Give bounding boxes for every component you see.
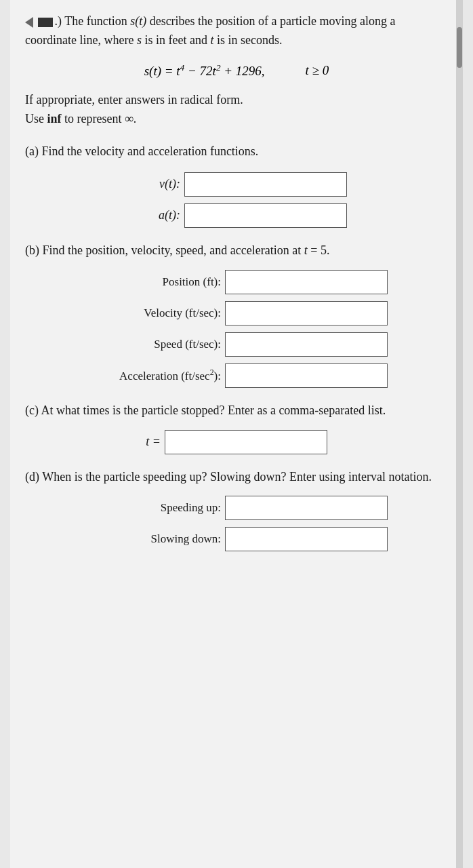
t-row: t = [25, 430, 448, 454]
acceleration-b-input[interactable] [225, 363, 388, 388]
triangle-icon [25, 17, 33, 28]
slowing-down-row: Slowing down: [25, 527, 448, 551]
velocity-b-row: Velocity (ft/sec): [25, 301, 448, 326]
a-label: a(t): [126, 208, 180, 222]
part-d-label: (d) When is the particle speeding up? Sl… [25, 468, 448, 487]
velocity-b-input[interactable] [225, 301, 388, 326]
formula-right: t ≥ 0 [306, 63, 329, 78]
s-t-func: s(t) [130, 14, 146, 28]
part-a-section: (a) Find the velocity and acceleration f… [25, 142, 448, 228]
part-c-label: (c) At what times is the particle stoppe… [25, 401, 448, 420]
t-input[interactable] [165, 430, 327, 454]
position-label: Position (ft): [85, 275, 221, 289]
speed-label: Speed (ft/sec): [85, 338, 221, 351]
part-c-section: (c) At what times is the particle stoppe… [25, 401, 448, 454]
speed-input[interactable] [225, 332, 388, 357]
position-input[interactable] [225, 270, 388, 294]
slowing-down-input[interactable] [225, 527, 388, 551]
t-equals-label: t = [146, 435, 161, 449]
v-label: v(t): [126, 177, 180, 191]
instructions: If appropriate, enter answers in radical… [25, 91, 448, 129]
part-b-label: (b) Find the position, velocity, speed, … [25, 241, 448, 260]
speeding-up-label: Speeding up: [85, 501, 221, 515]
s-var: s [137, 33, 142, 47]
acceleration-input[interactable] [184, 203, 347, 228]
instructions-line2: Use inf to represent ∞. [25, 110, 448, 129]
velocity-row: v(t): [25, 172, 448, 197]
speeding-up-input[interactable] [225, 496, 388, 520]
velocity-input[interactable] [184, 172, 347, 197]
part-a-label: (a) Find the velocity and acceleration f… [25, 142, 448, 161]
instructions-line1: If appropriate, enter answers in radical… [25, 91, 448, 110]
scroll-thumb[interactable] [457, 27, 462, 68]
page-container: .) The function s(t) describes the posit… [10, 0, 463, 868]
position-row: Position (ft): [25, 270, 448, 294]
intro-paragraph: .) The function s(t) describes the posit… [25, 12, 448, 50]
speed-row: Speed (ft/sec): [25, 332, 448, 357]
formula-display: s(t) = t4 − 72t2 + 1296, t ≥ 0 [25, 62, 448, 79]
acceleration-b-label: Acceleration (ft/sec2): [85, 368, 221, 383]
acceleration-row: a(t): [25, 203, 448, 228]
speeding-up-row: Speeding up: [25, 496, 448, 520]
part-b-section: (b) Find the position, velocity, speed, … [25, 241, 448, 388]
black-square-icon [38, 18, 53, 27]
velocity-b-label: Velocity (ft/sec): [85, 307, 221, 320]
slowing-down-label: Slowing down: [85, 532, 221, 546]
scrollbar[interactable] [456, 0, 463, 868]
part-d-section: (d) When is the particle speeding up? Sl… [25, 468, 448, 552]
acceleration-b-row: Acceleration (ft/sec2): [25, 363, 448, 388]
inf-keyword: inf [47, 112, 62, 125]
formula-left: s(t) = t4 − 72t2 + 1296, [144, 62, 265, 79]
